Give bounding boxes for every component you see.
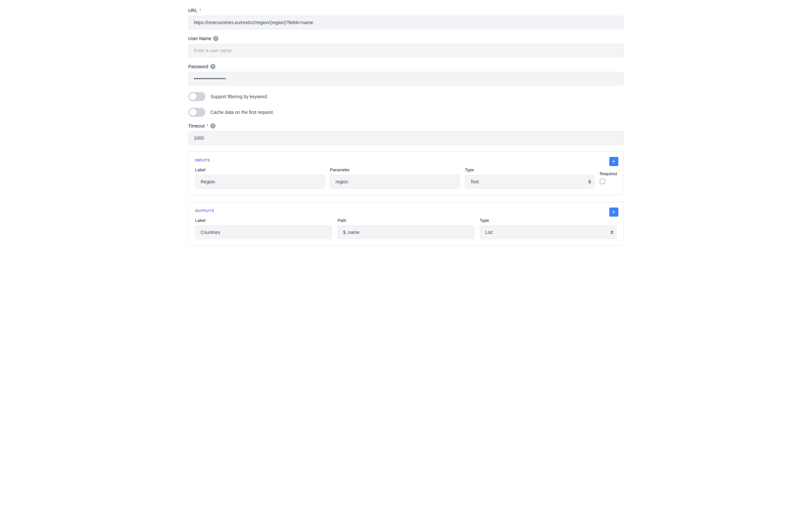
cache-data-label: Cache data on the first request.: [210, 110, 274, 115]
password-help-icon[interactable]: ?: [210, 64, 216, 69]
outputs-type-select-wrapper: List Text Number Boolean: [480, 225, 617, 239]
password-label-text: Password: [188, 64, 208, 69]
cache-data-thumb: [189, 109, 197, 116]
username-input[interactable]: [188, 44, 624, 57]
url-input[interactable]: https://restcountries.eu/rest/v2/region/…: [188, 16, 624, 29]
timeout-required-star: *: [207, 123, 208, 129]
inputs-type-header: Type: [465, 167, 594, 172]
inputs-parameter-header: Parameter: [330, 167, 460, 172]
outputs-type-col: Type List Text Number Boolean: [480, 218, 617, 239]
password-label: Password ?: [188, 64, 624, 69]
url-section: URL * https://restcountries.eu/rest/v2/r…: [188, 8, 624, 29]
username-help-icon[interactable]: ?: [213, 36, 219, 41]
support-filtering-label: Support filtering by keyword.: [210, 94, 268, 99]
inputs-section: INPUTS + Label Parameter Type Text Numbe…: [188, 152, 624, 196]
input-row-label[interactable]: [195, 175, 325, 188]
timeout-label-text: Timeout: [188, 123, 205, 129]
username-label: User Name ?: [188, 36, 624, 41]
outputs-add-button[interactable]: +: [609, 208, 618, 217]
outputs-path-col: Path: [337, 218, 475, 239]
password-input[interactable]: [188, 72, 624, 85]
output-row-label[interactable]: [195, 225, 333, 239]
username-section: User Name ?: [188, 36, 624, 57]
inputs-type-select-wrapper: Text Number Boolean Date: [465, 175, 594, 188]
inputs-type-col: Type Text Number Boolean Date: [465, 167, 594, 188]
inputs-section-title: INPUTS: [195, 158, 617, 162]
inputs-required-col: Required: [600, 171, 617, 188]
outputs-path-header: Path: [337, 218, 475, 223]
outputs-label-col: Label: [195, 218, 333, 239]
input-row-type[interactable]: Text Number Boolean Date: [465, 175, 594, 188]
inputs-add-button[interactable]: +: [609, 157, 618, 166]
username-label-text: User Name: [188, 36, 211, 41]
outputs-section-title: OUTPUTS: [195, 209, 617, 213]
timeout-section: Timeout * ? 1000: [188, 123, 624, 145]
url-label: URL *: [188, 8, 624, 13]
outputs-section: OUTPUTS + Label Path Type List Text: [188, 202, 624, 246]
inputs-label-col: Label: [195, 167, 325, 188]
outputs-grid: Label Path Type List Text Number Boolean: [195, 218, 617, 239]
inputs-required-header: Required: [600, 171, 617, 176]
input-row-required-checkbox[interactable]: [600, 179, 605, 184]
cache-data-toggle[interactable]: [188, 108, 205, 117]
cache-data-track: [188, 108, 205, 117]
url-label-text: URL: [188, 8, 197, 13]
url-required-star: *: [199, 8, 201, 13]
support-filtering-thumb: [189, 93, 197, 100]
support-filtering-toggle-row: Support filtering by keyword.: [188, 92, 624, 101]
timeout-input[interactable]: 1000: [188, 131, 624, 145]
input-row-parameter[interactable]: [330, 175, 460, 188]
cache-data-toggle-row: Cache data on the first request.: [188, 108, 624, 117]
support-filtering-toggle[interactable]: [188, 92, 205, 101]
output-row-path[interactable]: [337, 225, 475, 239]
support-filtering-track: [188, 92, 205, 101]
inputs-grid: Label Parameter Type Text Number Boolean…: [195, 167, 617, 188]
output-row-type[interactable]: List Text Number Boolean: [480, 225, 617, 239]
inputs-parameter-col: Parameter: [330, 167, 460, 188]
timeout-label: Timeout * ?: [188, 123, 624, 129]
inputs-required-wrapper: [600, 179, 617, 188]
timeout-help-icon[interactable]: ?: [210, 123, 216, 129]
inputs-label-header: Label: [195, 167, 325, 172]
password-section: Password ?: [188, 64, 624, 85]
outputs-label-header: Label: [195, 218, 333, 223]
outputs-type-header: Type: [480, 218, 617, 223]
